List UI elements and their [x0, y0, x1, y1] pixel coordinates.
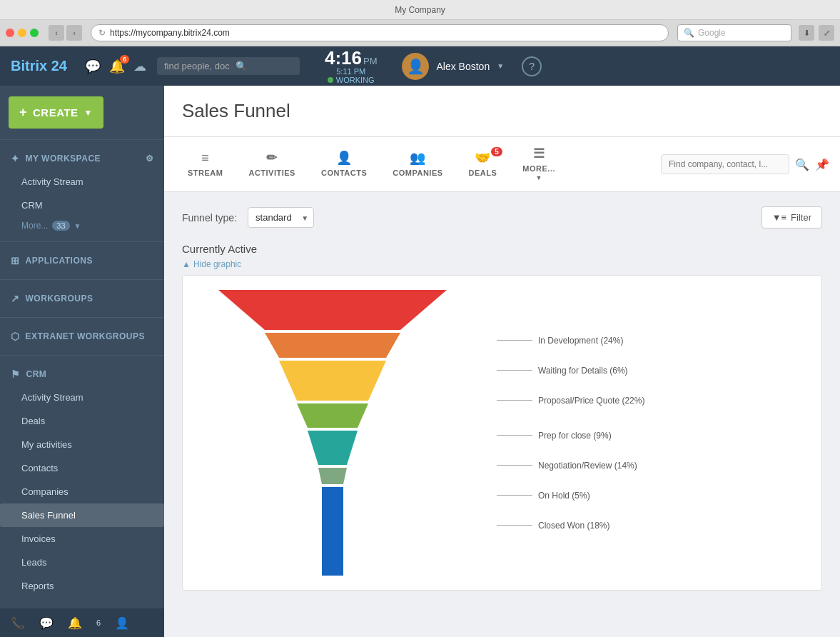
label-line [497, 525, 532, 526]
search-placeholder: Google [698, 28, 726, 38]
tab-companies[interactable]: 👥 COMPANIES [380, 141, 455, 187]
tab-activities[interactable]: ✏ ACTIVITIES [236, 141, 308, 187]
sidebar-item-crm[interactable]: CRM [0, 194, 164, 217]
gear-icon[interactable]: ⚙ [146, 154, 154, 164]
sidebar-item-activity-stream[interactable]: Activity Stream [0, 170, 164, 194]
funnel-wrapper: In Development (24%) Waiting for Details… [197, 290, 807, 576]
tab-stream-label: STREAM [188, 169, 223, 177]
label-line [497, 370, 532, 371]
app-header: Bitrix 24 💬 🔔 6 ☁ find people, doc 🔍 4:1… [0, 46, 840, 86]
company-search-input[interactable] [661, 154, 789, 174]
clock-status: 5:11 PM [336, 67, 365, 76]
funnel-controls: Funnel type: standard ▼ ▼≡ Filter [182, 206, 822, 229]
user-icon[interactable]: 👤 [115, 616, 129, 630]
pin-icon[interactable]: 📌 [815, 158, 829, 171]
content-area: Funnel type: standard ▼ ▼≡ Filter Curren… [164, 192, 840, 605]
phone-icon[interactable]: 📞 [11, 616, 25, 630]
sidebar-item-sales-funnel[interactable]: Sales Funnel [0, 503, 164, 527]
sidebar-more-workspace[interactable]: More... 33 ▼ [0, 217, 164, 234]
bell-icon[interactable]: 🔔 [68, 616, 82, 630]
svg-marker-5 [318, 468, 347, 484]
funnel-type-select[interactable]: standard [248, 207, 314, 228]
crm-header[interactable]: ⚑ CRM [0, 363, 164, 386]
svg-marker-4 [308, 431, 358, 465]
hide-graphic-button[interactable]: ▲ Hide graphic [182, 259, 822, 269]
main-layout: + CREATE ▼ ✦ MY WORKSPACE ⚙ Activity Str… [0, 86, 840, 637]
search-icon: 🔍 [236, 61, 247, 71]
tab-more-label: MORE... [522, 164, 555, 173]
label-text: Prep for close (9%) [538, 431, 612, 441]
tab-contacts[interactable]: 👤 CONTACTS [308, 141, 380, 187]
back-button[interactable]: ‹ [49, 25, 64, 41]
browser-nav: ‹ › [49, 25, 82, 41]
logo: Bitrix 24 [11, 58, 67, 74]
external-link-icon: ⬡ [11, 331, 20, 342]
url-bar[interactable]: ↻ https://mycompany.bitrix24.com [91, 24, 669, 41]
label-line [497, 340, 532, 341]
close-button[interactable] [6, 29, 14, 37]
crm-label: CRM [26, 369, 47, 379]
funnel-label-negotiation: Negotiation/Review (14%) [497, 461, 644, 471]
messages-icon[interactable]: 💬 [85, 59, 101, 74]
sidebar-item-deals[interactable]: Deals [0, 409, 164, 433]
svg-marker-6 [322, 487, 343, 576]
status-text: WORKING [336, 76, 375, 84]
tab-stream[interactable]: ≡ STREAM [175, 142, 236, 187]
create-button-wrapper: + CREATE ▼ [0, 86, 164, 139]
download-icon[interactable]: ⬇ [799, 25, 814, 41]
tab-deals[interactable]: 🤝 5 DEALS [456, 141, 510, 187]
help-button[interactable]: ? [522, 56, 542, 76]
cloud-icon[interactable]: ☁ [133, 59, 146, 74]
funnel-label-on-hold: On Hold (5%) [497, 491, 644, 501]
label-text: Waiting for Details (6%) [538, 366, 628, 376]
browser-titlebar: My Company [0, 0, 840, 20]
filter-icon: ▼≡ [772, 212, 786, 223]
flag-icon: ⚑ [11, 368, 21, 380]
sidebar: + CREATE ▼ ✦ MY WORKSPACE ⚙ Activity Str… [0, 86, 164, 637]
notifications-icon[interactable]: 🔔 6 [109, 59, 125, 74]
checkin-time: 5:11 PM [336, 67, 365, 76]
sidebar-item-companies[interactable]: Companies [0, 480, 164, 503]
label-text: Negotiation/Review (14%) [538, 461, 637, 471]
filter-button[interactable]: ▼≡ Filter [761, 206, 822, 229]
svg-marker-1 [265, 333, 400, 358]
funnel-label-in-development: In Development (24%) [497, 336, 644, 346]
maximize-button[interactable] [30, 29, 39, 37]
page-title: Sales Funnel [182, 100, 822, 122]
sidebar-item-invoices[interactable]: Invoices [0, 527, 164, 551]
label-line [497, 400, 532, 401]
extranet-workgroups-header[interactable]: ⬡ EXTRANET WORKGROUPS [0, 325, 164, 348]
create-button[interactable]: + CREATE ▼ [9, 96, 103, 129]
avatar: 👤 [402, 53, 429, 80]
contacts-icon: 👤 [336, 150, 353, 166]
fullscreen-icon[interactable]: ⤢ [819, 25, 834, 41]
my-workspace-section: ✦ MY WORKSPACE ⚙ Activity Stream CRM Mor… [0, 139, 164, 241]
sidebar-item-my-activities[interactable]: My activities [0, 433, 164, 456]
tab-more[interactable]: ☰ MORE... ▼ [510, 137, 568, 191]
sidebar-item-reports[interactable]: Reports [0, 574, 164, 598]
my-workspace-header[interactable]: ✦ MY WORKSPACE ⚙ [0, 147, 164, 170]
currently-active-section: Currently Active ▲ Hide graphic [182, 243, 822, 269]
currently-active-title: Currently Active [182, 243, 822, 255]
minimize-button[interactable] [18, 29, 26, 37]
deals-badge: 5 [491, 147, 502, 156]
forward-button[interactable]: › [66, 25, 82, 41]
page-header: Sales Funnel [164, 86, 840, 137]
tab-contacts-label: CONTACTS [321, 169, 367, 177]
search-placeholder-text: find people, doc [164, 61, 230, 71]
reload-icon: ↻ [98, 28, 106, 38]
global-search[interactable]: find people, doc 🔍 [157, 57, 300, 75]
search-submit-icon[interactable]: 🔍 [795, 158, 809, 171]
url-text: https://mycompany.bitrix24.com [110, 28, 230, 38]
browser-controls: ‹ › ↻ https://mycompany.bitrix24.com 🔍 G… [0, 20, 840, 46]
applications-header[interactable]: ⊞ APPLICATIONS [0, 249, 164, 272]
funnel-label-waiting: Waiting for Details (6%) [497, 366, 644, 376]
chat-icon[interactable]: 💬 [39, 616, 54, 630]
workgroups-header[interactable]: ↗ WORKGROUPS [0, 287, 164, 310]
user-area[interactable]: 👤 Alex Boston ▼ [402, 53, 504, 80]
browser-search[interactable]: 🔍 Google [677, 24, 791, 41]
sidebar-item-crm-activity[interactable]: Activity Stream [0, 386, 164, 409]
companies-icon: 👥 [410, 150, 426, 166]
sidebar-item-contacts[interactable]: Contacts [0, 456, 164, 480]
sidebar-item-leads[interactable]: Leads [0, 551, 164, 574]
